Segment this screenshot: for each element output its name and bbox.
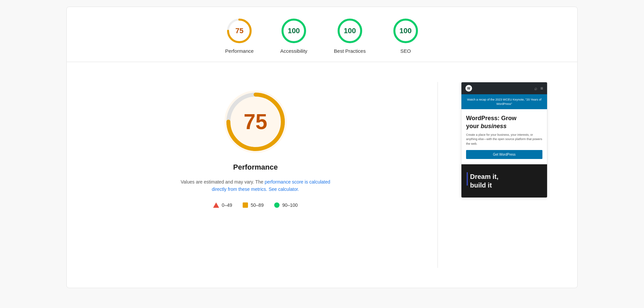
hero-line2: your (466, 123, 481, 129)
orange-square-icon (243, 202, 248, 208)
seo-label: SEO (400, 48, 411, 54)
legend-green-range: 90–100 (282, 202, 298, 208)
performance-score: 75 (235, 27, 243, 35)
phone-banner: Watch a recap of the 2023 WCEU Keynote, … (461, 94, 547, 109)
score-best-practices: 100 Best Practices (334, 18, 366, 54)
accessibility-score: 100 (288, 27, 300, 35)
accessibility-label: Accessibility (280, 48, 307, 54)
seo-ring: 100 (392, 18, 419, 44)
scores-bar: 75 Performance 100 Accessibility (67, 7, 577, 62)
legend-red: 0–49 (213, 202, 232, 208)
score-performance: 75 Performance (225, 18, 254, 54)
phone-dark-inner: Dream it, build it (467, 172, 542, 190)
legend-green: 90–100 (274, 202, 298, 208)
best-practices-label: Best Practices (334, 48, 366, 54)
phone-cta-button[interactable]: Get WordPress (466, 150, 542, 159)
hero-italic: business (481, 123, 507, 129)
main-content: 75 Performance Values are estimated and … (67, 62, 577, 288)
blue-accent-bar (467, 172, 468, 186)
performance-ring: 75 (226, 18, 253, 44)
phone-nav-icons: ⌕ ≡ (534, 86, 543, 91)
phone-hero-desc: Create a place for your business, your i… (466, 133, 542, 146)
best-practices-score: 100 (344, 27, 356, 35)
phone-dark-section: Dream it, build it (461, 164, 547, 197)
left-panel: 75 Performance Values are estimated and … (87, 75, 424, 274)
best-practices-ring: 100 (337, 18, 363, 44)
right-panel: W ⌕ ≡ Watch a recap of the 2023 WCEU Key… (451, 75, 557, 274)
calculator-link[interactable]: See calculator. (269, 187, 299, 192)
dark-title-line2: build it (470, 182, 492, 189)
vertical-divider (438, 82, 438, 268)
main-card: 75 Performance 100 Accessibility (66, 7, 578, 288)
gauge-title: Performance (233, 163, 278, 172)
wordpress-logo: W (465, 85, 472, 92)
phone-top-bar: W ⌕ ≡ (461, 82, 547, 94)
large-gauge: 75 (222, 89, 289, 155)
score-seo: 100 SEO (392, 18, 419, 54)
score-accessibility: 100 Accessibility (280, 18, 307, 54)
legend-orange: 50–89 (243, 202, 264, 208)
large-gauge-value: 75 (244, 110, 267, 134)
legend: 0–49 50–89 90–100 (213, 202, 298, 208)
hero-line1: WordPress: Grow (466, 115, 517, 121)
red-triangle-icon (213, 202, 219, 208)
phone-hero-title: WordPress: Grow your business (466, 115, 542, 130)
performance-label: Performance (225, 48, 254, 54)
gauge-description: Values are estimated and may vary. The p… (176, 178, 335, 193)
green-circle-icon (274, 202, 280, 208)
seo-score: 100 (399, 27, 412, 35)
legend-red-range: 0–49 (222, 202, 232, 208)
legend-orange-range: 50–89 (251, 202, 264, 208)
accessibility-ring: 100 (281, 18, 307, 44)
desc-prefix: Values are estimated and may vary. The (181, 179, 263, 185)
banner-text: Watch a recap of the 2023 WCEU Keynote, … (467, 98, 541, 106)
phone-hero: WordPress: Grow your business Create a p… (461, 109, 547, 164)
dark-title-line1: Dream it, (470, 173, 499, 180)
phone-dark-title: Dream it, build it (470, 172, 542, 190)
menu-icon: ≡ (540, 86, 543, 91)
phone-mockup: W ⌕ ≡ Watch a recap of the 2023 WCEU Key… (461, 82, 547, 198)
search-icon: ⌕ (534, 86, 537, 91)
